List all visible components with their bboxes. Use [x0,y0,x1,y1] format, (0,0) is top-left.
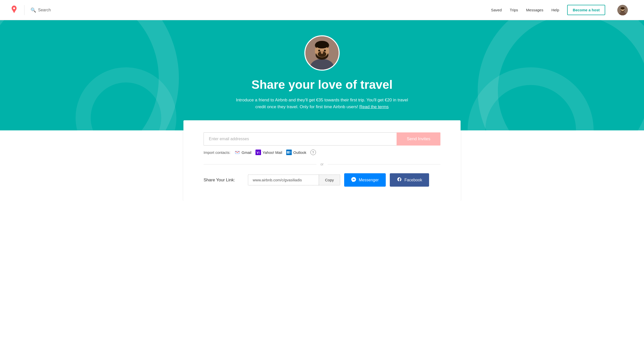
email-input[interactable] [204,132,397,146]
svg-point-16 [315,41,329,48]
share-link-row: Share Your Link: Copy Messenger Facebook [204,173,440,187]
outlook-label: Outlook [293,150,306,155]
svg-point-15 [324,50,326,52]
hero-subtitle: Introduce a friend to Airbnb and they'll… [234,97,410,110]
yahoo-icon: Y! [255,150,261,155]
read-terms-link[interactable]: Read the terms [359,104,389,109]
messenger-label: Messenger [359,178,379,182]
svg-text:Y!: Y! [256,151,260,155]
hero-title: Share your love of travel [0,78,644,92]
profile-avatar [304,35,340,71]
facebook-button[interactable]: Facebook [390,173,429,187]
navbar-divider [24,5,24,15]
gmail-label: Gmail [242,150,251,155]
facebook-label: Facebook [404,178,422,182]
invite-row: Send Invites [204,132,440,146]
hero-decoration-1 [468,67,594,130]
separator: or [204,162,440,166]
send-invites-button[interactable]: Send Invites [397,132,440,146]
airbnb-logo[interactable] [10,5,18,15]
hero-decoration-2 [76,67,176,130]
share-link-label: Share Your Link: [204,178,244,183]
separator-line-right [328,164,440,164]
outlook-icon [286,150,292,155]
share-link-box: Copy [248,175,340,185]
separator-line-left [204,164,316,164]
outlook-import[interactable]: Outlook [286,150,306,155]
messenger-icon [351,177,356,183]
copy-button[interactable]: Copy [319,175,340,185]
help-link[interactable]: Help [551,8,559,12]
import-contacts-label: Import contacts: [204,150,231,155]
svg-rect-17 [235,150,240,155]
yahoo-import[interactable]: Y! Yahoo! Mail [255,150,282,155]
messenger-button[interactable]: Messenger [344,173,386,187]
share-link-input[interactable] [248,175,319,185]
import-contacts-row: Import contacts: Gmail Y! Yahoo! Mail [204,150,440,155]
help-icon[interactable]: ? [310,150,316,155]
svg-point-5 [621,7,625,10]
navbar: 🔍 Search Saved Trips Messages Help Becom… [0,0,644,20]
gmail-icon [235,150,240,155]
separator-label: or [320,162,324,166]
svg-point-13 [321,51,323,54]
search-bar[interactable]: 🔍 Search [30,7,51,13]
svg-point-26 [288,152,289,153]
svg-point-14 [318,50,320,52]
search-label: Search [38,8,51,12]
saved-link[interactable]: Saved [491,8,502,12]
become-host-button[interactable]: Become a host [567,5,605,15]
gmail-import[interactable]: Gmail [235,150,251,155]
trips-link[interactable]: Trips [510,8,518,12]
hero-section: Share your love of travel Introduce a fr… [0,20,644,130]
facebook-icon [397,177,402,183]
yahoo-label: Yahoo! Mail [263,150,282,155]
invite-card: Send Invites Import contacts: Gmail Y! [183,120,461,201]
search-icon: 🔍 [30,7,36,13]
navbar-links: Saved Trips Messages Help Become a host [491,5,628,15]
messages-link[interactable]: Messages [526,8,543,12]
avatar[interactable] [617,5,628,15]
